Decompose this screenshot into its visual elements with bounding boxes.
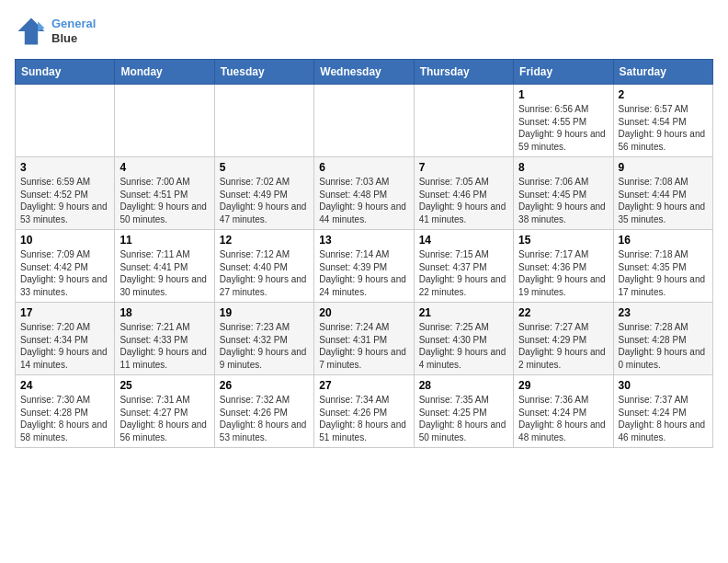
calendar-cell: 15Sunrise: 7:17 AM Sunset: 4:36 PM Dayli… [514,230,613,303]
svg-marker-0 [18,18,45,45]
logo: General Blue [15,15,96,48]
calendar-cell: 24Sunrise: 7:30 AM Sunset: 4:28 PM Dayli… [16,375,115,448]
day-number: 11 [119,234,209,247]
day-info: Sunrise: 7:06 AM Sunset: 4:45 PM Dayligh… [518,176,608,225]
day-number: 16 [619,234,708,247]
calendar-cell: 8Sunrise: 7:06 AM Sunset: 4:45 PM Daylig… [514,157,613,230]
calendar-cell: 6Sunrise: 7:03 AM Sunset: 4:48 PM Daylig… [314,157,414,230]
calendar-cell [414,85,513,157]
weekday-header-tuesday: Tuesday [214,60,313,85]
day-number: 26 [220,379,309,392]
day-number: 19 [220,306,309,319]
day-number: 6 [319,161,408,174]
day-number: 12 [220,234,309,247]
weekday-header-wednesday: Wednesday [314,60,414,85]
day-number: 14 [419,234,508,247]
calendar-cell: 3Sunrise: 6:59 AM Sunset: 4:52 PM Daylig… [16,157,115,230]
page-header: General Blue [15,15,713,48]
day-number: 5 [220,161,309,174]
weekday-header-thursday: Thursday [414,60,513,85]
day-number: 10 [20,234,109,247]
calendar-cell: 25Sunrise: 7:31 AM Sunset: 4:27 PM Dayli… [115,375,214,448]
day-info: Sunrise: 7:34 AM Sunset: 4:26 PM Dayligh… [319,394,408,443]
day-number: 27 [319,379,408,392]
day-number: 25 [119,379,209,392]
day-info: Sunrise: 7:32 AM Sunset: 4:26 PM Dayligh… [220,394,309,443]
calendar-cell: 7Sunrise: 7:05 AM Sunset: 4:46 PM Daylig… [414,157,513,230]
calendar-cell: 1Sunrise: 6:56 AM Sunset: 4:55 PM Daylig… [514,85,613,157]
calendar-cell: 30Sunrise: 7:37 AM Sunset: 4:24 PM Dayli… [613,375,712,448]
day-number: 17 [20,306,109,319]
calendar-cell: 19Sunrise: 7:23 AM Sunset: 4:32 PM Dayli… [214,303,313,375]
calendar-cell: 18Sunrise: 7:21 AM Sunset: 4:33 PM Dayli… [115,303,214,375]
day-number: 8 [518,161,608,174]
day-number: 24 [20,379,109,392]
weekday-header-sunday: Sunday [16,60,115,85]
calendar-week-row: 10Sunrise: 7:09 AM Sunset: 4:42 PM Dayli… [16,230,713,303]
calendar-cell: 28Sunrise: 7:35 AM Sunset: 4:25 PM Dayli… [414,375,513,448]
day-info: Sunrise: 6:56 AM Sunset: 4:55 PM Dayligh… [518,103,608,153]
day-number: 15 [518,234,608,247]
day-number: 9 [619,161,708,174]
calendar-cell: 20Sunrise: 7:24 AM Sunset: 4:31 PM Dayli… [314,303,414,375]
day-number: 29 [518,379,608,392]
calendar-cell: 9Sunrise: 7:08 AM Sunset: 4:44 PM Daylig… [613,157,712,230]
calendar-cell: 5Sunrise: 7:02 AM Sunset: 4:49 PM Daylig… [214,157,313,230]
day-number: 13 [319,234,408,247]
day-info: Sunrise: 7:14 AM Sunset: 4:39 PM Dayligh… [319,248,408,298]
day-info: Sunrise: 7:21 AM Sunset: 4:33 PM Dayligh… [119,321,209,371]
weekday-header-saturday: Saturday [613,60,712,85]
calendar-table: SundayMondayTuesdayWednesdayThursdayFrid… [15,59,713,448]
calendar-cell [314,85,414,157]
calendar-cell: 10Sunrise: 7:09 AM Sunset: 4:42 PM Dayli… [16,230,115,303]
calendar-cell: 12Sunrise: 7:12 AM Sunset: 4:40 PM Dayli… [214,230,313,303]
day-info: Sunrise: 7:08 AM Sunset: 4:44 PM Dayligh… [619,176,708,225]
day-info: Sunrise: 7:35 AM Sunset: 4:25 PM Dayligh… [419,394,508,443]
day-info: Sunrise: 7:27 AM Sunset: 4:29 PM Dayligh… [518,321,608,371]
day-info: Sunrise: 7:20 AM Sunset: 4:34 PM Dayligh… [20,321,109,371]
day-info: Sunrise: 7:30 AM Sunset: 4:28 PM Dayligh… [20,394,109,443]
calendar-cell: 21Sunrise: 7:25 AM Sunset: 4:30 PM Dayli… [414,303,513,375]
day-info: Sunrise: 7:09 AM Sunset: 4:42 PM Dayligh… [20,248,109,298]
calendar-cell: 11Sunrise: 7:11 AM Sunset: 4:41 PM Dayli… [115,230,214,303]
calendar-cell: 4Sunrise: 7:00 AM Sunset: 4:51 PM Daylig… [115,157,214,230]
calendar-cell: 16Sunrise: 7:18 AM Sunset: 4:35 PM Dayli… [613,230,712,303]
weekday-header-row: SundayMondayTuesdayWednesdayThursdayFrid… [16,60,713,85]
calendar-cell: 27Sunrise: 7:34 AM Sunset: 4:26 PM Dayli… [314,375,414,448]
day-info: Sunrise: 7:36 AM Sunset: 4:24 PM Dayligh… [518,394,608,443]
calendar-week-row: 1Sunrise: 6:56 AM Sunset: 4:55 PM Daylig… [16,85,713,157]
day-info: Sunrise: 7:23 AM Sunset: 4:32 PM Dayligh… [220,321,309,371]
calendar-cell [16,85,115,157]
day-info: Sunrise: 7:37 AM Sunset: 4:24 PM Dayligh… [619,394,708,443]
day-number: 23 [619,306,708,319]
calendar-week-row: 17Sunrise: 7:20 AM Sunset: 4:34 PM Dayli… [16,303,713,375]
day-info: Sunrise: 7:15 AM Sunset: 4:37 PM Dayligh… [419,248,508,298]
day-info: Sunrise: 7:25 AM Sunset: 4:30 PM Dayligh… [419,321,508,371]
day-info: Sunrise: 7:00 AM Sunset: 4:51 PM Dayligh… [119,176,209,225]
calendar-cell: 14Sunrise: 7:15 AM Sunset: 4:37 PM Dayli… [414,230,513,303]
day-number: 4 [119,161,209,174]
calendar-cell [115,85,214,157]
calendar-cell: 26Sunrise: 7:32 AM Sunset: 4:26 PM Dayli… [214,375,313,448]
day-info: Sunrise: 7:12 AM Sunset: 4:40 PM Dayligh… [220,248,309,298]
day-info: Sunrise: 7:28 AM Sunset: 4:28 PM Dayligh… [619,321,708,371]
calendar-week-row: 3Sunrise: 6:59 AM Sunset: 4:52 PM Daylig… [16,157,713,230]
weekday-header-friday: Friday [514,60,613,85]
day-info: Sunrise: 6:57 AM Sunset: 4:54 PM Dayligh… [619,103,708,153]
day-info: Sunrise: 7:31 AM Sunset: 4:27 PM Dayligh… [119,394,209,443]
day-number: 22 [518,306,608,319]
day-number: 2 [619,88,708,101]
day-number: 30 [619,379,708,392]
calendar-cell: 13Sunrise: 7:14 AM Sunset: 4:39 PM Dayli… [314,230,414,303]
calendar-cell: 2Sunrise: 6:57 AM Sunset: 4:54 PM Daylig… [613,85,712,157]
day-number: 7 [419,161,508,174]
logo-text: General Blue [51,17,96,45]
day-info: Sunrise: 7:11 AM Sunset: 4:41 PM Dayligh… [119,248,209,298]
day-info: Sunrise: 7:05 AM Sunset: 4:46 PM Dayligh… [419,176,508,225]
day-info: Sunrise: 7:03 AM Sunset: 4:48 PM Dayligh… [319,176,408,225]
day-number: 3 [20,161,109,174]
calendar-cell: 17Sunrise: 7:20 AM Sunset: 4:34 PM Dayli… [16,303,115,375]
day-number: 1 [518,88,608,101]
day-info: Sunrise: 7:02 AM Sunset: 4:49 PM Dayligh… [220,176,309,225]
calendar-cell: 23Sunrise: 7:28 AM Sunset: 4:28 PM Dayli… [613,303,712,375]
